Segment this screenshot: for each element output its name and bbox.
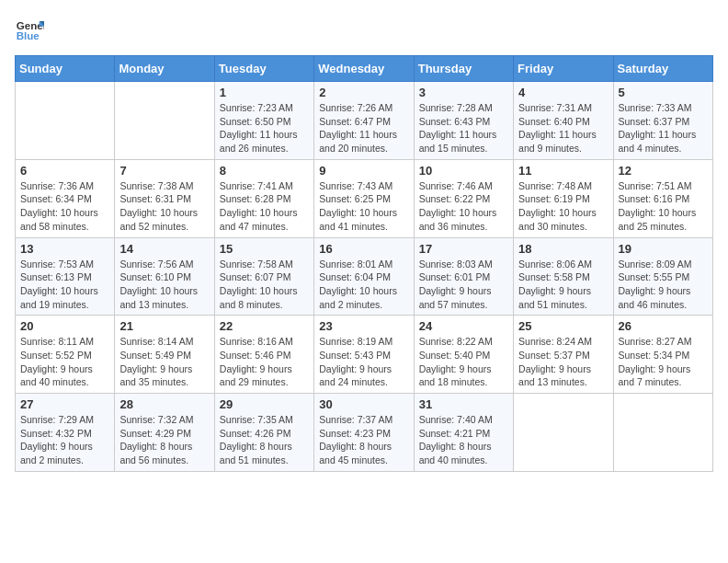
day-detail: Sunrise: 8:06 AMSunset: 5:58 PMDaylight:…	[518, 258, 608, 312]
day-number: 30	[319, 397, 408, 411]
calendar-day-cell	[115, 82, 214, 160]
calendar-day-cell: 21Sunrise: 8:14 AMSunset: 5:49 PMDayligh…	[115, 316, 214, 394]
day-number: 23	[319, 319, 408, 333]
day-detail: Sunrise: 8:22 AMSunset: 5:40 PMDaylight:…	[419, 335, 508, 389]
calendar-day-cell	[16, 82, 115, 160]
calendar-day-cell: 18Sunrise: 8:06 AMSunset: 5:58 PMDayligh…	[514, 237, 613, 316]
calendar-day-cell: 22Sunrise: 8:16 AMSunset: 5:46 PMDayligh…	[214, 316, 313, 394]
weekday-header-cell: Monday	[115, 56, 214, 82]
day-number: 18	[518, 242, 608, 256]
calendar-week-row: 27Sunrise: 7:29 AMSunset: 4:32 PMDayligh…	[16, 394, 713, 472]
calendar-day-cell: 14Sunrise: 7:56 AMSunset: 6:10 PMDayligh…	[115, 237, 214, 316]
calendar-day-cell: 2Sunrise: 7:26 AMSunset: 6:47 PMDaylight…	[314, 82, 414, 160]
day-number: 9	[319, 164, 408, 178]
calendar-day-cell: 20Sunrise: 8:11 AMSunset: 5:52 PMDayligh…	[16, 316, 115, 394]
calendar-day-cell: 9Sunrise: 7:43 AMSunset: 6:25 PMDaylight…	[314, 159, 414, 237]
calendar-week-row: 6Sunrise: 7:36 AMSunset: 6:34 PMDaylight…	[16, 159, 713, 237]
day-detail: Sunrise: 7:29 AMSunset: 4:32 PMDaylight:…	[20, 413, 109, 467]
calendar-day-cell: 19Sunrise: 8:09 AMSunset: 5:55 PMDayligh…	[613, 237, 712, 316]
calendar-day-cell	[514, 394, 613, 472]
logo: General Blue	[15, 15, 48, 44]
logo-icon: General Blue	[15, 15, 44, 44]
day-detail: Sunrise: 7:32 AMSunset: 4:29 PMDaylight:…	[119, 413, 209, 467]
day-number: 8	[220, 164, 309, 178]
calendar-day-cell: 6Sunrise: 7:36 AMSunset: 6:34 PMDaylight…	[16, 159, 115, 237]
day-number: 20	[20, 319, 109, 333]
calendar-day-cell: 23Sunrise: 8:19 AMSunset: 5:43 PMDayligh…	[314, 316, 414, 394]
day-detail: Sunrise: 7:51 AMSunset: 6:16 PMDaylight:…	[619, 179, 708, 234]
day-number: 24	[419, 319, 508, 333]
calendar-week-row: 20Sunrise: 8:11 AMSunset: 5:52 PMDayligh…	[16, 316, 713, 394]
calendar-day-cell: 24Sunrise: 8:22 AMSunset: 5:40 PMDayligh…	[414, 316, 513, 394]
day-detail: Sunrise: 7:46 AMSunset: 6:22 PMDaylight:…	[419, 179, 508, 234]
calendar-day-cell: 8Sunrise: 7:41 AMSunset: 6:28 PMDaylight…	[214, 159, 313, 237]
day-detail: Sunrise: 8:14 AMSunset: 5:49 PMDaylight:…	[119, 335, 209, 389]
calendar-day-cell	[613, 394, 712, 472]
day-number: 14	[119, 242, 209, 256]
svg-text:Blue: Blue	[17, 30, 40, 41]
day-number: 16	[319, 242, 408, 256]
day-number: 10	[419, 164, 508, 178]
day-detail: Sunrise: 7:31 AMSunset: 6:40 PMDaylight:…	[518, 101, 608, 155]
day-detail: Sunrise: 7:23 AMSunset: 6:50 PMDaylight:…	[220, 101, 309, 155]
weekday-header-cell: Saturday	[613, 56, 712, 82]
day-detail: Sunrise: 7:58 AMSunset: 6:07 PMDaylight:…	[220, 258, 309, 312]
day-detail: Sunrise: 7:41 AMSunset: 6:28 PMDaylight:…	[220, 179, 309, 234]
calendar-week-row: 13Sunrise: 7:53 AMSunset: 6:13 PMDayligh…	[16, 237, 713, 316]
day-number: 2	[319, 86, 408, 99]
day-number: 19	[619, 242, 708, 256]
day-detail: Sunrise: 7:53 AMSunset: 6:13 PMDaylight:…	[20, 258, 109, 312]
day-detail: Sunrise: 8:24 AMSunset: 5:37 PMDaylight:…	[518, 335, 608, 389]
page-header: General Blue	[15, 15, 713, 44]
day-number: 29	[220, 397, 309, 411]
day-detail: Sunrise: 8:19 AMSunset: 5:43 PMDaylight:…	[319, 335, 408, 389]
day-number: 13	[20, 242, 109, 256]
weekday-header-cell: Tuesday	[214, 56, 313, 82]
weekday-header-cell: Thursday	[414, 56, 513, 82]
calendar-day-cell: 30Sunrise: 7:37 AMSunset: 4:23 PMDayligh…	[314, 394, 414, 472]
calendar-day-cell: 31Sunrise: 7:40 AMSunset: 4:21 PMDayligh…	[414, 394, 513, 472]
calendar-week-row: 1Sunrise: 7:23 AMSunset: 6:50 PMDaylight…	[16, 82, 713, 160]
calendar-day-cell: 29Sunrise: 7:35 AMSunset: 4:26 PMDayligh…	[214, 394, 313, 472]
day-detail: Sunrise: 7:38 AMSunset: 6:31 PMDaylight:…	[119, 179, 209, 234]
day-detail: Sunrise: 8:03 AMSunset: 6:01 PMDaylight:…	[419, 258, 508, 312]
day-detail: Sunrise: 7:26 AMSunset: 6:47 PMDaylight:…	[319, 101, 408, 155]
day-number: 25	[518, 319, 608, 333]
day-detail: Sunrise: 8:27 AMSunset: 5:34 PMDaylight:…	[619, 335, 708, 389]
calendar-day-cell: 28Sunrise: 7:32 AMSunset: 4:29 PMDayligh…	[115, 394, 214, 472]
calendar-day-cell: 7Sunrise: 7:38 AMSunset: 6:31 PMDaylight…	[115, 159, 214, 237]
calendar-day-cell: 16Sunrise: 8:01 AMSunset: 6:04 PMDayligh…	[314, 237, 414, 316]
calendar-day-cell: 17Sunrise: 8:03 AMSunset: 6:01 PMDayligh…	[414, 237, 513, 316]
day-detail: Sunrise: 8:11 AMSunset: 5:52 PMDaylight:…	[20, 335, 109, 389]
day-number: 31	[419, 397, 508, 411]
day-number: 5	[619, 86, 708, 99]
day-detail: Sunrise: 7:43 AMSunset: 6:25 PMDaylight:…	[319, 179, 408, 234]
calendar-table: SundayMondayTuesdayWednesdayThursdayFrid…	[15, 55, 713, 472]
weekday-header-cell: Wednesday	[314, 56, 414, 82]
day-number: 4	[518, 86, 608, 99]
day-number: 28	[119, 397, 209, 411]
calendar-day-cell: 26Sunrise: 8:27 AMSunset: 5:34 PMDayligh…	[613, 316, 712, 394]
day-number: 15	[220, 242, 309, 256]
day-number: 17	[419, 242, 508, 256]
weekday-header-cell: Sunday	[16, 56, 115, 82]
day-detail: Sunrise: 7:56 AMSunset: 6:10 PMDaylight:…	[119, 258, 209, 312]
calendar-day-cell: 5Sunrise: 7:33 AMSunset: 6:37 PMDaylight…	[613, 82, 712, 160]
calendar-day-cell: 12Sunrise: 7:51 AMSunset: 6:16 PMDayligh…	[613, 159, 712, 237]
day-detail: Sunrise: 7:28 AMSunset: 6:43 PMDaylight:…	[419, 101, 508, 155]
day-number: 11	[518, 164, 608, 178]
day-detail: Sunrise: 7:48 AMSunset: 6:19 PMDaylight:…	[518, 179, 608, 234]
calendar-day-cell: 4Sunrise: 7:31 AMSunset: 6:40 PMDaylight…	[514, 82, 613, 160]
day-number: 21	[119, 319, 209, 333]
calendar-day-cell: 13Sunrise: 7:53 AMSunset: 6:13 PMDayligh…	[16, 237, 115, 316]
day-detail: Sunrise: 8:09 AMSunset: 5:55 PMDaylight:…	[619, 258, 708, 312]
calendar-day-cell: 15Sunrise: 7:58 AMSunset: 6:07 PMDayligh…	[214, 237, 313, 316]
weekday-header-cell: Friday	[514, 56, 613, 82]
day-number: 26	[619, 319, 708, 333]
day-number: 27	[20, 397, 109, 411]
day-detail: Sunrise: 7:37 AMSunset: 4:23 PMDaylight:…	[319, 413, 408, 467]
day-number: 12	[619, 164, 708, 178]
day-number: 7	[119, 164, 209, 178]
calendar-day-cell: 11Sunrise: 7:48 AMSunset: 6:19 PMDayligh…	[514, 159, 613, 237]
calendar-day-cell: 1Sunrise: 7:23 AMSunset: 6:50 PMDaylight…	[214, 82, 313, 160]
